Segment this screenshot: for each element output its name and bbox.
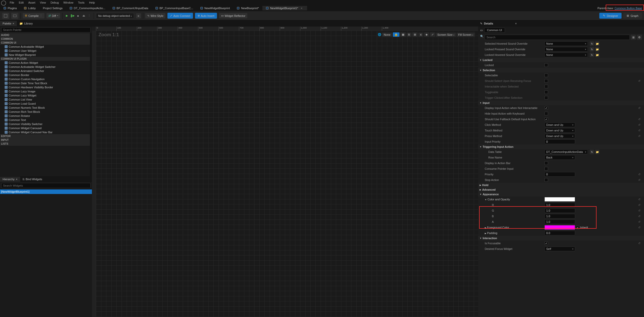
sound-dropdown[interactable]: None▾	[544, 53, 588, 57]
locate-button[interactable]: ⎆	[136, 13, 141, 18]
palette-item[interactable]: Common Hardware Visibility Border	[0, 85, 90, 89]
debug-object-dropdown[interactable]: No debug object selected ▾	[96, 13, 134, 19]
bind-widgets-tab[interactable]: ⎘Bind Widgets	[20, 177, 45, 182]
loc-none-button[interactable]: None	[382, 33, 392, 37]
palette-item[interactable]: Common Text	[0, 118, 90, 122]
tab-bp-commonuiinputdata[interactable]: BP_CommonUIInputData	[109, 6, 152, 10]
palette-item[interactable]: New Widget Blueprint	[0, 53, 90, 57]
menu-tools[interactable]: Tools	[76, 1, 87, 5]
checkbox[interactable]	[544, 90, 548, 94]
tab-dt-commoninputaction[interactable]: DT_CommonInputActio...	[66, 6, 109, 10]
checkbox[interactable]	[544, 96, 548, 100]
reset-icon[interactable]: ↺	[638, 215, 641, 218]
menu-asset[interactable]: Asset	[26, 1, 38, 5]
stop-button[interactable]: ■	[76, 14, 80, 18]
eject-button[interactable]: ⏏	[81, 14, 86, 18]
hierarchy-tab[interactable]: Hierarchy×	[0, 177, 20, 182]
sound-dropdown[interactable]: None▾	[544, 47, 588, 52]
section-triggering-input-action[interactable]: ▼Triggering Input Action	[478, 144, 644, 149]
canvas-grid[interactable]	[96, 31, 478, 317]
checkbox[interactable]	[544, 85, 548, 88]
menu-window[interactable]: Window	[61, 1, 75, 5]
close-icon[interactable]: ×	[13, 22, 14, 25]
palette-category[interactable]: INPUT	[0, 138, 90, 142]
save-button[interactable]	[2, 13, 9, 19]
section-selection[interactable]: ▼Selection	[478, 68, 644, 72]
palette-category[interactable]: COMMON	[0, 37, 90, 41]
tab-plugins[interactable]: Plugins	[0, 6, 20, 10]
designer-canvas[interactable]: 01002003004005006007008009001,0001,1001,…	[92, 20, 478, 317]
tab-lobby[interactable]: Lobby	[20, 6, 39, 10]
palette-item[interactable]: Common Activatable Widget	[0, 45, 90, 49]
use-selected-icon[interactable]: ↻	[590, 41, 594, 46]
palette-search-input[interactable]	[1, 27, 91, 32]
checkbox[interactable]	[544, 112, 548, 115]
designer-mode-button[interactable]: ✎Designer	[599, 13, 622, 19]
priority-field[interactable]	[544, 172, 575, 177]
palette-item[interactable]: Common Visibility Switcher	[0, 122, 90, 126]
auto-insert-button[interactable]: ⊕Auto Insert	[195, 13, 217, 19]
checkbox[interactable]	[544, 241, 548, 245]
parent-class-link[interactable]: Common Button Base	[614, 7, 642, 10]
use-selected-icon[interactable]: ↻	[590, 53, 594, 57]
menu-debug[interactable]: Debug	[48, 1, 61, 5]
reset-icon[interactable]: ↺	[638, 203, 641, 207]
reset-icon[interactable]: ↺	[638, 106, 641, 110]
step-button[interactable]: ❚▶	[70, 14, 75, 18]
padding-field[interactable]	[544, 231, 575, 235]
screen-size-dropdown[interactable]: Screen Size ▾	[436, 33, 456, 37]
outline-button[interactable]: ◈	[424, 32, 429, 37]
reset-icon[interactable]: ↺	[638, 135, 641, 138]
palette-item[interactable]: Common Load Guard	[0, 102, 90, 106]
compile-button[interactable]: ⚙Compile⋮	[23, 13, 44, 18]
reset-icon[interactable]: ↺	[638, 220, 641, 224]
browse-button[interactable]	[11, 13, 18, 19]
hierarchy-root-item[interactable]: [NewWidgetBlueprint1]	[0, 189, 92, 194]
reset-icon[interactable]: ↺	[638, 173, 641, 176]
checkbox[interactable]	[544, 167, 548, 170]
section-hold[interactable]: ▶Hold	[478, 183, 644, 187]
hierarchy-tree[interactable]: [NewWidgetBlueprint1]	[0, 189, 92, 317]
reset-icon[interactable]: ↺	[638, 118, 641, 121]
palette-item[interactable]: Common Numeric Text Block	[0, 106, 90, 110]
color-swatch[interactable]	[544, 197, 575, 202]
grid-snap-button[interactable]: ⊞	[412, 32, 418, 37]
details-search-input[interactable]	[485, 35, 630, 40]
palette-tab[interactable]: Palette×	[0, 21, 17, 26]
close-icon[interactable]: ×	[300, 7, 303, 10]
input-priority-field[interactable]	[544, 139, 575, 144]
close-icon[interactable]: ×	[16, 178, 17, 181]
desired-focus-dropdown[interactable]: Self▾	[544, 247, 575, 251]
settings-button[interactable]: ⚙	[637, 35, 642, 40]
tab-newwidgetblueprint1[interactable]: NewWidgetBlueprint1*×	[262, 6, 307, 10]
wire-style-button[interactable]: ∿Wire Style	[145, 13, 165, 18]
palette-category[interactable]: EDITOR	[0, 134, 90, 138]
reset-icon[interactable]: ↺	[638, 226, 641, 229]
section-interaction[interactable]: ▼Interaction	[478, 236, 644, 240]
palette-item[interactable]: Common Action Widget	[0, 61, 90, 65]
color-swatch[interactable]	[544, 225, 575, 230]
layout-button[interactable]: ▦	[400, 32, 406, 37]
palette-item[interactable]: Common Custom Navigation	[0, 77, 90, 81]
palette-category[interactable]: LISTS	[0, 142, 90, 146]
palette-category[interactable]: COMMON UI PLUGIN	[0, 57, 90, 61]
browse-asset-icon[interactable]: 📁	[595, 53, 600, 57]
click-method-dropdown[interactable]: Down and Up▾	[544, 123, 575, 127]
palette-list[interactable]: AUDIOCOMMONCOMMON UICommon Activatable W…	[0, 33, 92, 176]
checkbox[interactable]	[544, 117, 548, 121]
respect-lock-button[interactable]: R	[407, 33, 412, 37]
auto-connect-button[interactable]: ⤢Auto Connect	[167, 13, 193, 19]
section-locked[interactable]: ▼Locked	[478, 58, 644, 62]
tab-project-settings[interactable]: Project Settings	[39, 6, 66, 10]
tab-newwidgetblueprint[interactable]: NewWidgetBlueprint	[197, 6, 234, 10]
palette-item[interactable]: Common Border	[0, 73, 90, 77]
grid-size-button[interactable]: 4	[418, 33, 423, 37]
zoom-button[interactable]: ⤢	[430, 32, 435, 37]
reset-icon[interactable]: ↺	[638, 123, 641, 127]
tab-newblueprint[interactable]: NewBlueprint*	[233, 6, 262, 10]
palette-item[interactable]: Common Widget Carousel	[0, 126, 90, 130]
use-selected-icon[interactable]: ↻	[590, 150, 594, 154]
reset-icon[interactable]: ↺	[638, 79, 641, 83]
palette-item[interactable]: Common Date Time Text Block	[0, 81, 90, 85]
menu-view[interactable]: View	[38, 1, 48, 5]
